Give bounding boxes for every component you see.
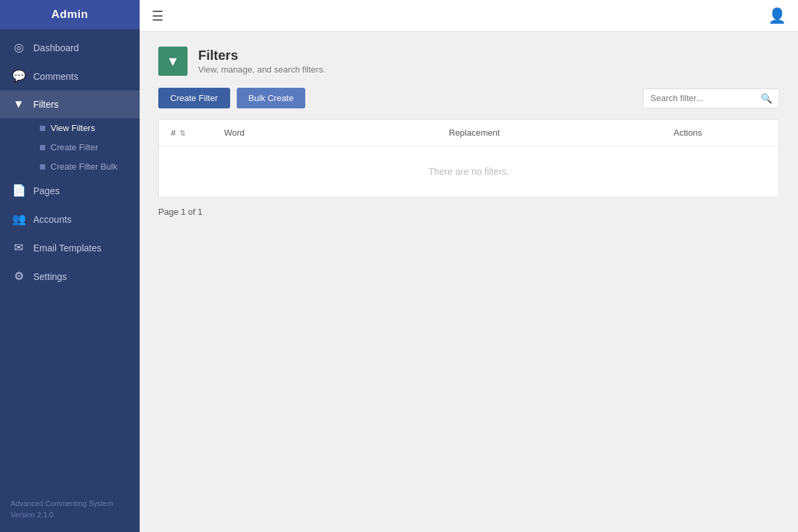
dot-icon bbox=[40, 164, 45, 170]
page-header-text: Filters View, manage, and search filters… bbox=[198, 48, 325, 74]
sort-arrow-icon: ⇅ bbox=[180, 129, 186, 137]
pagination-label: Page 1 of 1 bbox=[158, 207, 203, 217]
filters-table: # ⇅ Word Replacement Actions There are n… bbox=[158, 119, 779, 198]
sidebar-nav: ◎ Dashboard 💬 Comments ▼ Filters View Fi… bbox=[0, 29, 140, 489]
bulk-create-button[interactable]: Bulk Create bbox=[237, 88, 306, 108]
sidebar-item-email-templates-label: Email Templates bbox=[33, 243, 101, 253]
search-icon: 🔍 bbox=[761, 93, 772, 104]
col-actions: Actions bbox=[674, 128, 767, 138]
sidebar-item-filters[interactable]: ▼ Filters bbox=[0, 90, 140, 118]
main-area: ☰ 👤 ▼ Filters View, manage, and search f… bbox=[140, 0, 798, 532]
dashboard-icon: ◎ bbox=[12, 41, 25, 55]
hamburger-icon[interactable]: ☰ bbox=[152, 8, 164, 24]
subnav-create-filter[interactable]: Create Filter bbox=[33, 138, 140, 157]
topbar-left: ☰ bbox=[152, 8, 164, 24]
sidebar-item-accounts[interactable]: 👥 Accounts bbox=[0, 205, 140, 233]
sidebar-item-dashboard-label: Dashboard bbox=[33, 43, 79, 53]
sidebar-item-filters-label: Filters bbox=[33, 99, 59, 110]
email-icon: ✉ bbox=[12, 241, 25, 255]
subnav-view-filters[interactable]: View Filters bbox=[33, 118, 140, 138]
sidebar-item-pages-label: Pages bbox=[33, 186, 60, 196]
filter-icon: ▼ bbox=[12, 98, 25, 111]
topbar-right: 👤 bbox=[768, 7, 786, 25]
sidebar-item-accounts-label: Accounts bbox=[33, 214, 72, 225]
search-input[interactable] bbox=[650, 93, 757, 103]
create-filter-button[interactable]: Create Filter bbox=[158, 88, 230, 108]
topbar: ☰ 👤 bbox=[140, 0, 798, 32]
sidebar: Admin ◎ Dashboard 💬 Comments ▼ Filters V… bbox=[0, 0, 140, 532]
footer-line2: Version 2.1.0 bbox=[11, 509, 129, 521]
page-icon: ▼ bbox=[158, 47, 188, 76]
comments-icon: 💬 bbox=[12, 69, 25, 83]
filters-subnav: View Filters Create Filter Create Filter… bbox=[0, 118, 140, 176]
user-account-icon[interactable]: 👤 bbox=[768, 7, 786, 25]
toolbar: Create Filter Bulk Create 🔍 bbox=[140, 88, 798, 119]
subnav-create-filter-bulk-label: Create Filter Bulk bbox=[51, 162, 117, 172]
dot-icon bbox=[40, 145, 45, 150]
sidebar-item-settings-label: Settings bbox=[33, 271, 67, 282]
sidebar-title: Admin bbox=[0, 0, 140, 29]
page-subtitle: View, manage, and search filters. bbox=[198, 65, 325, 74]
col-replacement: Replacement bbox=[449, 128, 674, 138]
sidebar-item-dashboard[interactable]: ◎ Dashboard bbox=[0, 33, 140, 62]
search-box: 🔍 bbox=[643, 88, 779, 108]
sidebar-item-comments[interactable]: 💬 Comments bbox=[0, 62, 140, 90]
accounts-icon: 👥 bbox=[12, 212, 25, 226]
dot-icon bbox=[40, 126, 45, 131]
col-num[interactable]: # ⇅ bbox=[171, 128, 224, 138]
footer-line1: Advanced Commenting System bbox=[11, 498, 129, 509]
content-area: ▼ Filters View, manage, and search filte… bbox=[140, 32, 798, 532]
subnav-create-filter-label: Create Filter bbox=[51, 142, 98, 152]
subnav-view-filters-label: View Filters bbox=[51, 123, 95, 133]
page-header: ▼ Filters View, manage, and search filte… bbox=[140, 32, 798, 88]
pagination: Page 1 of 1 bbox=[140, 198, 798, 226]
sidebar-item-pages[interactable]: 📄 Pages bbox=[0, 176, 140, 205]
page-title: Filters bbox=[198, 48, 325, 63]
pages-icon: 📄 bbox=[12, 184, 25, 198]
table-header: # ⇅ Word Replacement Actions bbox=[159, 120, 779, 146]
col-word: Word bbox=[224, 128, 449, 138]
empty-message: There are no filters. bbox=[171, 166, 767, 177]
sidebar-item-settings[interactable]: ⚙ Settings bbox=[0, 262, 140, 291]
sidebar-item-comments-label: Comments bbox=[33, 71, 78, 82]
settings-icon: ⚙ bbox=[12, 269, 25, 283]
subnav-create-filter-bulk[interactable]: Create Filter Bulk bbox=[33, 157, 140, 176]
sidebar-footer: Advanced Commenting System Version 2.1.0 bbox=[0, 489, 140, 532]
table-body: There are no filters. bbox=[159, 146, 779, 197]
sidebar-item-email-templates[interactable]: ✉ Email Templates bbox=[0, 233, 140, 262]
